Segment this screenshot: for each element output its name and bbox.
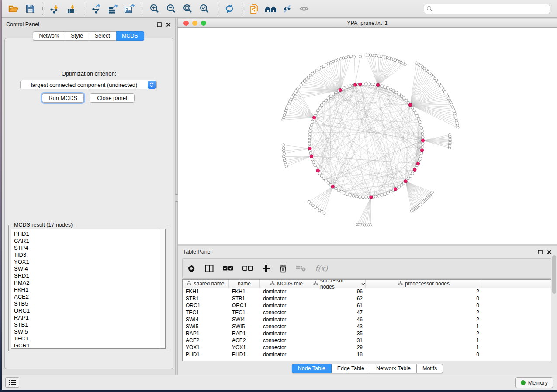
table-row[interactable]: YOX1YOX1connector291 — [183, 344, 551, 351]
import-network-button[interactable] — [48, 2, 62, 16]
table-scrollbar-thumb[interactable] — [552, 255, 556, 294]
export-network-button[interactable] — [90, 2, 104, 16]
table-row[interactable]: ORC1ORC1dominator610 — [183, 302, 551, 309]
graph-node[interactable] — [325, 99, 328, 102]
graph-node[interactable] — [407, 177, 410, 180]
graph-leaf-node[interactable] — [448, 134, 451, 136]
optimization-criterion-select[interactable]: largest connected component (undirected) — [20, 80, 157, 89]
graph-mcds-node[interactable] — [354, 83, 357, 86]
graph-leaf-node[interactable] — [353, 56, 356, 58]
tab-edge-table[interactable]: Edge Table — [332, 364, 370, 373]
clone-network-button[interactable] — [247, 2, 261, 16]
function-builder-icon[interactable]: f(x) — [315, 264, 328, 273]
graph-node[interactable] — [419, 124, 422, 127]
graph-node[interactable] — [420, 127, 423, 130]
graph-node[interactable] — [309, 152, 312, 155]
graph-node[interactable] — [349, 85, 352, 88]
graph-leaf-node[interactable] — [342, 57, 345, 59]
graph-node[interactable] — [421, 145, 424, 148]
graph-node[interactable] — [329, 95, 332, 98]
float-table-panel-icon[interactable] — [538, 250, 543, 254]
column-header-MCDS-role[interactable]: MCDS role — [260, 280, 313, 288]
graph-node[interactable] — [386, 192, 389, 195]
graph-mcds-node[interactable] — [376, 83, 379, 86]
graph-node[interactable] — [409, 175, 412, 178]
graph-node[interactable] — [343, 192, 346, 195]
graph-mcds-node[interactable] — [416, 162, 419, 165]
graph-node[interactable] — [422, 136, 425, 139]
tab-network-table[interactable]: Network Table — [370, 364, 417, 373]
graph-node[interactable] — [318, 107, 322, 110]
table-row[interactable]: STB1STB1dominator620 — [183, 295, 551, 302]
graph-mcds-node[interactable] — [359, 83, 362, 86]
delete-table-icon[interactable] — [296, 265, 306, 272]
column-header-name[interactable]: name — [229, 280, 260, 288]
graph-mcds-node[interactable] — [331, 185, 334, 188]
graph-leaf-node[interactable] — [369, 224, 372, 226]
graph-leaf-node[interactable] — [323, 212, 325, 214]
graph-node[interactable] — [400, 183, 403, 186]
show-all-button[interactable] — [297, 2, 311, 16]
graph-leaf-node[interactable] — [415, 62, 418, 64]
graph-leaf-node[interactable] — [345, 56, 347, 58]
table-row[interactable]: FKH1FKH1dominator962 — [183, 288, 551, 295]
mcds-result-item[interactable]: SRD1 — [14, 272, 160, 279]
graph-node[interactable] — [398, 186, 401, 189]
graph-mcds-node[interactable] — [404, 180, 407, 183]
save-session-button[interactable] — [23, 2, 37, 16]
show-task-history-button[interactable] — [5, 377, 19, 388]
graph-node[interactable] — [365, 83, 368, 86]
graph-node[interactable] — [411, 172, 414, 175]
mcds-result-item[interactable]: STP4 — [14, 244, 160, 251]
zoom-in-button[interactable] — [148, 2, 162, 16]
mcds-result-item[interactable]: STB1 — [14, 321, 160, 328]
network-graph[interactable] — [178, 28, 557, 244]
mcds-result-item[interactable]: GCR1 — [14, 342, 160, 349]
graph-node[interactable] — [308, 142, 311, 145]
close-table-panel-icon[interactable] — [547, 250, 552, 254]
column-header-successor-nodes[interactable]: successor nodes — [313, 280, 366, 288]
graph-node[interactable] — [311, 158, 314, 161]
graph-node[interactable] — [309, 127, 312, 130]
tab-network[interactable]: Network — [33, 31, 65, 41]
graph-node[interactable] — [332, 93, 335, 96]
close-panel-icon[interactable] — [166, 22, 171, 27]
mcds-result-item[interactable]: SWI4 — [14, 265, 160, 272]
apply-layout-button[interactable] — [222, 2, 236, 16]
graph-node[interactable] — [327, 97, 330, 100]
graph-node[interactable] — [384, 86, 387, 89]
graph-node[interactable] — [308, 139, 311, 142]
graph-mcds-node[interactable] — [413, 168, 416, 171]
graph-node[interactable] — [308, 136, 311, 139]
add-column-icon[interactable] — [262, 265, 270, 272]
graph-node[interactable] — [346, 193, 349, 196]
graph-node[interactable] — [422, 142, 425, 145]
graph-node[interactable] — [314, 164, 317, 167]
graph-leaf-node[interactable] — [431, 191, 433, 193]
graph-mcds-node[interactable] — [394, 188, 397, 191]
table-row[interactable]: SWI4SWI4dominator462 — [183, 316, 551, 323]
graph-leaf-node[interactable] — [337, 58, 339, 61]
graph-node[interactable] — [416, 114, 419, 117]
graph-node[interactable] — [365, 196, 368, 199]
graph-node[interactable] — [322, 101, 325, 104]
mcds-result-list[interactable]: PHD1CAR1STP4TID3YOX1SWI4SRD1PMA2FKH1ACE2… — [11, 229, 160, 349]
graph-leaf-node[interactable] — [365, 54, 367, 56]
graph-node[interactable] — [322, 177, 325, 180]
graph-leaf-node[interactable] — [339, 58, 342, 60]
graph-node[interactable] — [320, 104, 323, 107]
graph-node[interactable] — [346, 86, 349, 89]
network-canvas[interactable] — [178, 28, 557, 244]
table-row[interactable]: ACE2ACE2connector311 — [183, 337, 551, 344]
graph-node[interactable] — [374, 195, 377, 198]
deselect-all-icon[interactable] — [242, 266, 253, 271]
graph-node[interactable] — [335, 187, 338, 190]
graph-leaf-node[interactable] — [282, 119, 284, 121]
import-table-button[interactable] — [65, 2, 79, 16]
graph-node[interactable] — [381, 194, 384, 197]
graph-node[interactable] — [355, 195, 358, 198]
graph-node[interactable] — [368, 83, 371, 86]
mcds-result-item[interactable]: TEC1 — [14, 335, 160, 342]
column-header-shared-name[interactable]: shared name — [183, 280, 229, 288]
tab-mcds[interactable]: MCDS — [116, 31, 144, 41]
